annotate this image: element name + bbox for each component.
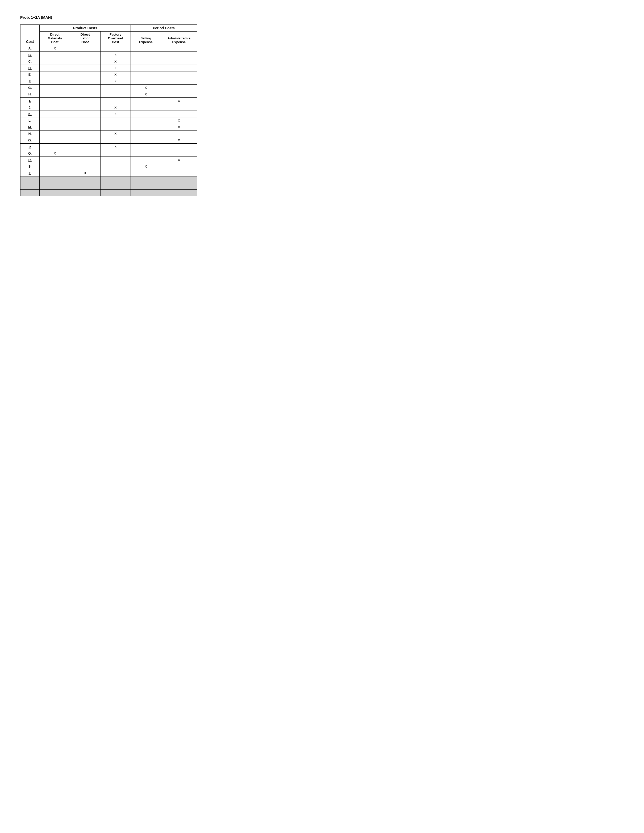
blurred-row: [21, 190, 197, 196]
table-row: T.X: [21, 170, 197, 177]
table-row: E.X: [21, 71, 197, 78]
direct-materials-header: DirectMaterialsCost: [40, 32, 70, 45]
period-costs-header: Period Costs: [130, 25, 197, 32]
administrative-expense-header: AdministrativeExpense: [161, 32, 197, 45]
table-row: M.X: [21, 124, 197, 130]
cost-classification-table: Cost Product Costs Period Costs DirectMa…: [20, 24, 197, 196]
table-row: N.X: [21, 130, 197, 137]
table-row: I.X: [21, 98, 197, 104]
table-row: A.X: [21, 45, 197, 52]
table-row: F.X: [21, 78, 197, 85]
table-row: S.X: [21, 163, 197, 170]
table-row: R.X: [21, 157, 197, 163]
page-title: Prob. 1–2A (MAN): [20, 15, 624, 19]
selling-expense-header: SellingExpense: [130, 32, 161, 45]
table-row: G.X: [21, 85, 197, 91]
cost-column-header: Cost: [21, 25, 40, 45]
table-row: D.X: [21, 65, 197, 71]
blurred-row: [21, 183, 197, 190]
table-row: H.X: [21, 91, 197, 98]
direct-labor-header: DirectLaborCost: [70, 32, 100, 45]
table-row: J.X: [21, 104, 197, 111]
table-row: P.X: [21, 144, 197, 150]
table-row: B.X: [21, 52, 197, 58]
table-row: Q.X: [21, 150, 197, 157]
factory-overhead-header: FactoryOverheadCost: [100, 32, 130, 45]
table-row: O.X: [21, 137, 197, 144]
table-row: C.X: [21, 58, 197, 65]
table-row: K.X: [21, 111, 197, 117]
product-costs-header: Product Costs: [40, 25, 130, 32]
blurred-row: [21, 177, 197, 183]
table-row: L.X: [21, 117, 197, 124]
